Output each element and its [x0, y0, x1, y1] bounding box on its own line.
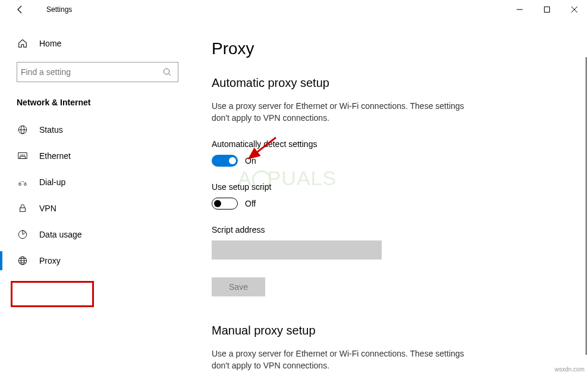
- home-icon: [17, 38, 29, 49]
- sidebar-item-label: Proxy: [39, 256, 61, 265]
- sidebar: Home Network & Internet Status Ethernet: [0, 19, 190, 375]
- sidebar-item-label: Data usage: [39, 230, 82, 239]
- data-usage-icon: [17, 229, 29, 240]
- sidebar-item-dialup[interactable]: Dial-up: [0, 169, 190, 195]
- search-box[interactable]: [17, 62, 178, 82]
- sidebar-category: Network & Internet: [0, 98, 190, 117]
- svg-point-4: [163, 68, 169, 74]
- sidebar-item-vpn[interactable]: VPN: [0, 195, 190, 221]
- section-desc-manual: Use a proxy server for Ethernet or Wi-Fi…: [212, 348, 479, 371]
- svg-rect-10: [20, 157, 26, 159]
- sidebar-item-ethernet[interactable]: Ethernet: [0, 143, 190, 169]
- section-title-auto: Automatic proxy setup: [212, 76, 570, 90]
- app-title: Settings: [46, 5, 72, 14]
- sidebar-item-proxy[interactable]: Proxy: [0, 248, 190, 274]
- auto-detect-state: On: [245, 156, 256, 165]
- minimize-button[interactable]: [506, 0, 533, 19]
- script-address-label: Script address: [212, 225, 570, 235]
- search-input[interactable]: [21, 62, 161, 82]
- title-bar: Settings: [0, 0, 588, 19]
- globe-icon: [17, 124, 29, 135]
- proxy-icon: [17, 255, 29, 266]
- section-title-manual: Manual proxy setup: [212, 324, 570, 338]
- arrow-left-icon: [15, 5, 25, 14]
- sidebar-item-status[interactable]: Status: [0, 117, 190, 143]
- sidebar-item-datausage[interactable]: Data usage: [0, 221, 190, 248]
- setup-script-toggle[interactable]: [212, 198, 238, 210]
- sidebar-item-label: Status: [39, 125, 63, 135]
- script-address-input: [212, 240, 382, 260]
- section-desc-auto: Use a proxy server for Ethernet or Wi-Fi…: [212, 101, 479, 124]
- svg-line-5: [168, 73, 170, 75]
- svg-rect-16: [20, 208, 26, 211]
- sidebar-item-label: Ethernet: [39, 151, 71, 161]
- svg-rect-1: [545, 7, 550, 12]
- page-title: Proxy: [212, 39, 570, 58]
- vpn-icon: [17, 203, 29, 214]
- sidebar-home[interactable]: Home: [0, 33, 190, 54]
- setup-script-state: Off: [245, 199, 256, 208]
- save-button: Save: [212, 277, 265, 296]
- maximize-button[interactable]: [533, 0, 561, 19]
- content-area: Proxy Automatic proxy setup Use a proxy …: [190, 19, 588, 375]
- auto-detect-label: Automatically detect settings: [212, 139, 570, 149]
- window-controls: [506, 0, 588, 19]
- sidebar-item-label: Dial-up: [39, 177, 65, 187]
- svg-point-15: [24, 183, 27, 186]
- source-watermark: wsxdn.com: [555, 366, 584, 373]
- annotation-highlight: [11, 281, 94, 307]
- dialup-icon: [17, 177, 29, 188]
- back-button[interactable]: [11, 0, 30, 19]
- setup-script-label: Use setup script: [212, 182, 570, 192]
- auto-detect-toggle[interactable]: [212, 155, 238, 167]
- sidebar-item-label: VPN: [39, 204, 56, 213]
- svg-point-14: [19, 183, 21, 186]
- scrollbar[interactable]: [586, 57, 587, 355]
- ethernet-icon: [17, 151, 29, 161]
- close-button[interactable]: [561, 0, 588, 19]
- home-label: Home: [39, 39, 61, 48]
- search-icon: [161, 68, 173, 77]
